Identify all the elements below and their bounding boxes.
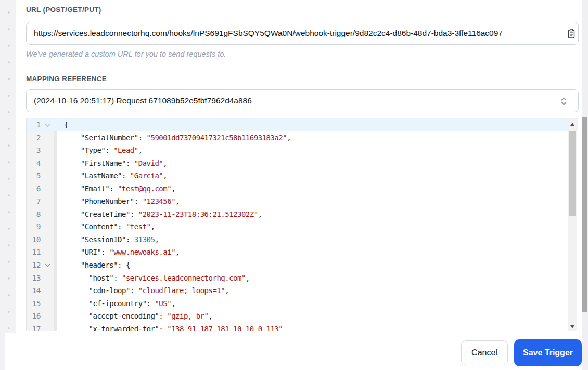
json-string-token: "123456" — [143, 197, 175, 205]
fold-spacer — [41, 310, 54, 323]
code-fold-chevron-icon[interactable] — [41, 118, 54, 131]
json-plain-token: , — [138, 146, 143, 154]
json-plain-token: , — [225, 286, 229, 295]
line-number: 8 — [27, 208, 41, 221]
code-line[interactable]: 14 "cdn-loop": "cloudflare; loops=1", — [27, 284, 578, 297]
code-line-text: "Email": "test@qq.com", — [57, 182, 175, 195]
json-plain-token: , — [287, 134, 291, 142]
code-fold-chevron-icon[interactable] — [41, 259, 54, 272]
json-string-token: "David" — [134, 159, 163, 167]
scroll-up-icon[interactable] — [570, 123, 574, 126]
line-number: 15 — [27, 297, 41, 310]
code-line-text: "headers": { — [57, 259, 130, 272]
code-line[interactable]: 12 "headers": { — [27, 259, 578, 272]
clipboard-icon — [567, 29, 576, 39]
code-line[interactable]: 9 "Content": "test", — [27, 220, 578, 233]
editor-gutter: 11 — [27, 246, 54, 259]
json-string-token: "59001dd73709417321c58b11693183a2" — [147, 134, 287, 142]
code-line-text: "LastName": "Garcia", — [57, 169, 167, 182]
json-string-token: "138.91.187.181,10.10.0.113" — [167, 325, 283, 331]
fold-spacer — [41, 246, 54, 259]
editor-scrollbar-thumb[interactable] — [569, 131, 576, 216]
code-line[interactable]: 17 "x-forwarded-for": "138.91.187.181,10… — [27, 323, 578, 331]
mapping-reference-select[interactable]: (2024-10-16 20:51:17) Request 671089b52e… — [26, 89, 579, 112]
json-payload-code-editor[interactable]: 1{2 "SerialNumber": "59001dd73709417321c… — [26, 118, 578, 331]
code-line-text: "Content": "test", — [57, 220, 155, 233]
json-plain-token: "CreateTime": — [64, 210, 138, 218]
fold-spacer — [41, 131, 54, 144]
code-line[interactable]: 13 "host": "services.leadconnectorhq.com… — [27, 272, 578, 285]
code-line[interactable]: 7 "PhoneNumber": "123456", — [27, 195, 578, 208]
dialog-body: URL (POST/GET/PUT) https://services.lead… — [16, 0, 582, 370]
line-number: 10 — [27, 233, 41, 246]
line-number: 16 — [27, 310, 41, 323]
json-plain-token: "SessionID": — [64, 235, 134, 244]
code-line-text: "cdn-loop": "cloudflare; loops=1", — [57, 284, 229, 297]
json-plain-token: , — [163, 159, 167, 167]
line-number: 13 — [27, 272, 41, 285]
json-plain-token: "headers": { — [64, 261, 130, 269]
fold-spacer — [41, 144, 54, 157]
scroll-down-icon[interactable] — [570, 325, 574, 328]
chevron-down-icon — [45, 262, 50, 267]
json-string-token: "test@qq.com" — [118, 184, 171, 193]
code-line[interactable]: 15 "cf-ipcountry": "US", — [27, 297, 578, 310]
json-plain-token: , — [171, 299, 175, 308]
code-line[interactable]: 2 "SerialNumber": "59001dd73709417321c58… — [27, 131, 578, 144]
code-line-text: "CreateTime": "2023-11-23T18:36:21.51230… — [57, 208, 262, 221]
cancel-button[interactable]: Cancel — [461, 340, 508, 365]
code-line[interactable]: 5 "LastName": "Garcia", — [27, 169, 578, 182]
fold-spacer — [41, 284, 54, 297]
json-plain-token: , — [258, 210, 262, 218]
webhook-url-input[interactable]: https://services.leadconnectorhq.com/hoo… — [26, 22, 579, 45]
fold-spacer — [41, 195, 54, 208]
json-plain-token: , — [171, 184, 175, 193]
editor-gutter: 2 — [27, 131, 54, 144]
editor-gutter: 12 — [27, 259, 54, 272]
code-line-text: "FirstName": "David", — [57, 157, 167, 170]
json-plain-token: "PhoneNumber": — [64, 197, 143, 205]
json-plain-token: , — [175, 248, 180, 256]
code-line[interactable]: 10 "SessionID": 31305, — [27, 233, 578, 246]
json-plain-token: "Email": — [64, 184, 118, 193]
line-number: 3 — [27, 144, 41, 157]
code-line-text: "PhoneNumber": "123456", — [57, 195, 180, 208]
json-string-token: "2023-11-23T18:36:21.512302Z" — [138, 210, 258, 218]
page-scrollbar[interactable] — [582, 0, 588, 370]
json-string-token: "cloudflare; loops=1" — [138, 286, 225, 295]
code-line[interactable]: 16 "accept-encoding": "gzip, br", — [27, 310, 578, 323]
code-line[interactable]: 8 "CreateTime": "2023-11-23T18:36:21.512… — [27, 208, 578, 221]
editor-gutter: 7 — [27, 195, 54, 208]
line-number: 7 — [27, 195, 41, 208]
fold-spacer — [41, 297, 54, 310]
json-plain-token: , — [163, 171, 167, 180]
copy-clipboard-icon[interactable] — [566, 29, 577, 39]
code-line-text: "SessionID": 31305, — [57, 233, 159, 246]
code-line[interactable]: 1{ — [27, 118, 578, 131]
code-line[interactable]: 6 "Email": "test@qq.com", — [27, 182, 578, 195]
json-plain-token: "x-forwarded-for": — [64, 325, 167, 331]
line-number: 17 — [27, 323, 41, 331]
dialog-footer: Cancel Save Trigger — [5, 333, 582, 370]
json-plain-token: , — [151, 222, 155, 231]
mapping-reference-label: MAPPING REFERENCE — [26, 75, 107, 83]
code-line-text: "host": "services.leadconnectorhq.com", — [57, 272, 250, 285]
save-trigger-button[interactable]: Save Trigger — [514, 339, 582, 366]
json-plain-token: "SerialNumber": — [64, 134, 147, 142]
editor-gutter: 8 — [27, 208, 54, 221]
json-string-token: "test" — [126, 222, 151, 231]
fold-spacer — [41, 169, 54, 182]
line-number: 4 — [27, 157, 41, 170]
json-plain-token: "accept-encoding": — [64, 312, 167, 320]
chevron-down-icon — [45, 122, 50, 127]
json-string-token: "US" — [155, 299, 171, 308]
code-line[interactable]: 11 "URI": "www.newoaks.ai", — [27, 246, 578, 259]
code-line-text: "Type": "Lead", — [57, 144, 143, 157]
page-scrollbar-thumb[interactable] — [582, 117, 587, 312]
dotted-background-strip — [0, 0, 16, 370]
json-plain-token: { — [64, 121, 68, 129]
code-line[interactable]: 4 "FirstName": "David", — [27, 157, 578, 170]
editor-gutter: 9 — [27, 220, 54, 233]
code-line[interactable]: 3 "Type": "Lead", — [27, 144, 578, 157]
editor-scrollbar[interactable] — [568, 118, 577, 331]
